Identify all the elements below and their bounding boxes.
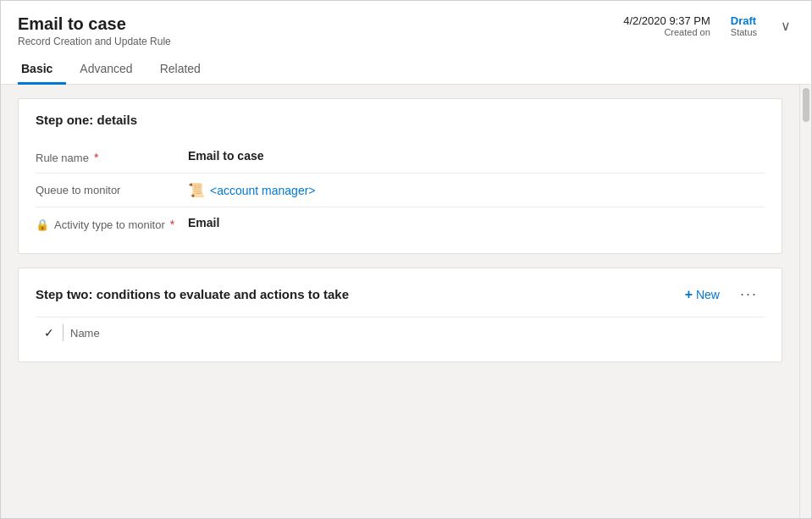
name-column-header: Name xyxy=(70,327,100,340)
more-options-button[interactable]: ··· xyxy=(733,282,765,306)
tab-related[interactable]: Related xyxy=(146,55,214,85)
step-two-title: Step two: conditions to evaluate and act… xyxy=(36,287,349,301)
step-two-card: Step two: conditions to evaluate and act… xyxy=(18,268,782,362)
col-separator xyxy=(63,324,64,341)
scroll-thumb[interactable] xyxy=(803,88,809,122)
table-header: ✓ Name xyxy=(36,317,765,348)
plus-icon: + xyxy=(685,287,693,302)
step-two-header: Step two: conditions to evaluate and act… xyxy=(36,282,765,306)
status-label: Status xyxy=(731,27,757,37)
status-value: Draft xyxy=(731,14,756,27)
header: Email to case Record Creation and Update… xyxy=(1,1,811,85)
new-button-label: New xyxy=(696,288,720,301)
header-status-section: Draft Status xyxy=(731,14,757,37)
rule-name-required: * xyxy=(94,151,98,164)
rule-name-row: Rule name * Email to case xyxy=(36,141,765,174)
created-on-label: Created on xyxy=(664,27,710,37)
table-check-col: ✓ xyxy=(36,326,63,340)
queue-monitor-value[interactable]: 📜 <account manager> xyxy=(188,182,765,198)
activity-type-required: * xyxy=(170,218,174,231)
queue-monitor-row: Queue to monitor 📜 <account manager> xyxy=(36,174,765,207)
header-meta: 4/2/2020 9:37 PM Created on Draft Status… xyxy=(623,14,794,37)
checkmark-icon: ✓ xyxy=(44,326,54,340)
scrollbar[interactable] xyxy=(799,85,811,518)
content-area: Step one: details Rule name * Email to c… xyxy=(1,85,799,518)
queue-monitor-label: Queue to monitor xyxy=(36,182,188,196)
rule-name-label: Rule name * xyxy=(36,149,188,164)
tab-basic[interactable]: Basic xyxy=(18,55,66,85)
main-content: Step one: details Rule name * Email to c… xyxy=(1,85,811,518)
header-title-section: Email to case Record Creation and Update… xyxy=(18,14,171,47)
new-button[interactable]: + New xyxy=(678,284,726,306)
page-container: Email to case Record Creation and Update… xyxy=(0,0,812,519)
created-on-value: 4/2/2020 9:37 PM xyxy=(623,14,710,27)
activity-type-label: 🔒 Activity type to monitor * xyxy=(36,216,188,231)
step-one-card: Step one: details Rule name * Email to c… xyxy=(18,98,782,254)
header-top: Email to case Record Creation and Update… xyxy=(18,14,794,47)
rule-name-value[interactable]: Email to case xyxy=(188,149,765,163)
record-title: Email to case xyxy=(18,14,171,34)
header-date-section: 4/2/2020 9:37 PM Created on xyxy=(623,14,710,37)
tab-advanced[interactable]: Advanced xyxy=(66,55,146,85)
lock-icon: 🔒 xyxy=(36,218,49,231)
step-one-title: Step one: details xyxy=(36,113,765,127)
step-two-actions: + New ··· xyxy=(678,282,765,306)
activity-type-row: 🔒 Activity type to monitor * Email xyxy=(36,207,765,240)
record-subtitle: Record Creation and Update Rule xyxy=(18,36,171,47)
activity-type-value[interactable]: Email xyxy=(188,216,765,229)
chevron-down-icon[interactable]: ∨ xyxy=(777,14,794,37)
queue-icon: 📜 xyxy=(188,182,205,198)
tab-bar: Basic Advanced Related xyxy=(18,54,794,84)
